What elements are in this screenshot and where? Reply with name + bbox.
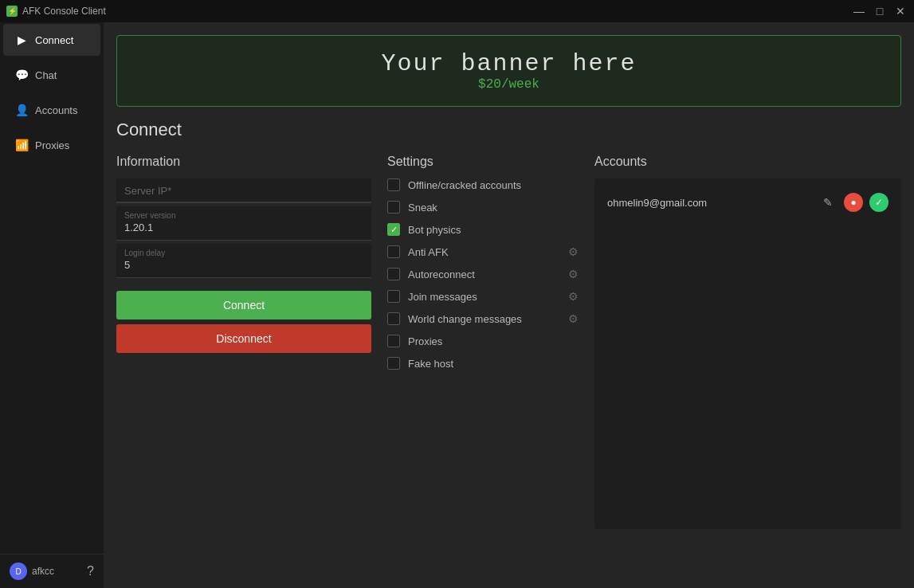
accounts-title: Accounts: [594, 155, 901, 169]
checkbox-sneak[interactable]: [387, 201, 400, 214]
setting-label-join_messages: Join messages: [408, 291, 560, 303]
connect-icon: ▶: [14, 33, 29, 46]
app-body: ▶ Connect 💬 Chat 👤 Accounts 📶 Proxies D …: [0, 22, 914, 588]
connect-section: Connect Information Server version 1.20.…: [104, 120, 914, 542]
sidebar-item-chat[interactable]: 💬 Chat: [3, 59, 100, 91]
setting-row-sneak: Sneak: [387, 201, 579, 214]
server-ip-wrapper: [116, 178, 371, 203]
help-icon[interactable]: ?: [87, 564, 94, 578]
setting-label-proxies: Proxies: [408, 335, 579, 347]
sidebar-item-accounts[interactable]: 👤 Accounts: [3, 94, 100, 126]
main-content: Your banner here $20/week Connect Inform…: [104, 22, 914, 588]
checkbox-bot_physics[interactable]: [387, 223, 400, 236]
chat-icon: 💬: [14, 69, 29, 81]
disconnect-button[interactable]: Disconnect: [116, 324, 371, 353]
checkbox-anti_afk[interactable]: [387, 245, 400, 258]
account-delete-button-0[interactable]: ●: [844, 193, 863, 212]
login-delay-label: Login delay: [116, 244, 371, 257]
account-select-button-0[interactable]: ✓: [869, 193, 889, 212]
titlebar-controls: — □ ✕: [852, 4, 908, 18]
setting-row-bot_physics: Bot physics: [387, 223, 579, 236]
setting-row-offline: Offline/cracked accounts: [387, 178, 579, 191]
titlebar-left: ⚡ AFK Console Client: [6, 6, 106, 17]
information-title: Information: [116, 155, 371, 169]
setting-row-anti_afk: Anti AFK⚙: [387, 245, 579, 258]
footer-user: D afkcc: [10, 563, 54, 580]
checkbox-fake_host[interactable]: [387, 357, 400, 370]
page-title: Connect: [116, 120, 901, 140]
gear-icon-join_messages[interactable]: ⚙: [568, 290, 579, 303]
accounts-icon: 👤: [14, 104, 29, 116]
footer-username: afkcc: [32, 566, 54, 577]
setting-row-world_change: World change messages⚙: [387, 312, 579, 325]
checkbox-autoreconnect[interactable]: [387, 268, 400, 280]
sidebar: ▶ Connect 💬 Chat 👤 Accounts 📶 Proxies D …: [0, 22, 104, 588]
setting-label-world_change: World change messages: [408, 313, 560, 325]
accounts-list: ohmelin9@gmail.com✎●✓: [602, 186, 893, 218]
sidebar-label-proxies: Proxies: [35, 139, 69, 151]
setting-label-fake_host: Fake host: [408, 358, 579, 370]
sidebar-item-connect[interactable]: ▶ Connect: [3, 24, 100, 56]
server-version-label: Server version: [116, 206, 371, 220]
close-button[interactable]: ✕: [893, 4, 908, 18]
setting-label-offline: Offline/cracked accounts: [408, 179, 579, 191]
sidebar-label-accounts: Accounts: [35, 104, 77, 116]
login-delay-value: 5: [116, 257, 371, 277]
sidebar-item-proxies[interactable]: 📶 Proxies: [3, 129, 100, 161]
setting-row-autoreconnect: Autoreconnect⚙: [387, 268, 579, 280]
setting-row-join_messages: Join messages⚙: [387, 290, 579, 303]
sidebar-label-chat: Chat: [35, 69, 57, 81]
account-edit-button-0[interactable]: ✎: [818, 193, 838, 212]
sidebar-label-connect: Connect: [35, 34, 73, 46]
checkbox-proxies[interactable]: [387, 335, 400, 347]
gear-icon-anti_afk[interactable]: ⚙: [568, 245, 579, 258]
banner: Your banner here $20/week: [116, 35, 901, 107]
maximize-button[interactable]: □: [873, 4, 887, 18]
accounts-panel: Accounts ohmelin9@gmail.com✎●✓: [594, 155, 901, 529]
checkbox-join_messages[interactable]: [387, 290, 400, 303]
minimize-button[interactable]: —: [852, 4, 866, 18]
setting-row-proxies: Proxies: [387, 335, 579, 347]
setting-label-autoreconnect: Autoreconnect: [408, 269, 560, 280]
login-delay-wrapper: Login delay 5: [116, 244, 371, 278]
accounts-box: ohmelin9@gmail.com✎●✓: [594, 178, 901, 529]
server-version-wrapper: Server version 1.20.1: [116, 206, 371, 241]
account-email-0: ohmelin9@gmail.com: [607, 197, 812, 209]
banner-title: Your banner here: [381, 50, 636, 77]
titlebar: ⚡ AFK Console Client — □ ✕: [0, 0, 914, 22]
connect-grid: Information Server version 1.20.1: [116, 155, 901, 529]
user-avatar: D: [10, 563, 27, 580]
checkbox-offline[interactable]: [387, 178, 400, 191]
connect-button[interactable]: Connect: [116, 291, 371, 319]
settings-list: Offline/cracked accountsSneakBot physics…: [387, 178, 579, 370]
server-version-value: 1.20.1: [116, 220, 371, 240]
setting-label-anti_afk: Anti AFK: [408, 246, 560, 258]
gear-icon-world_change[interactable]: ⚙: [568, 312, 579, 325]
proxies-icon: 📶: [14, 139, 29, 151]
server-ip-input[interactable]: [116, 178, 371, 202]
information-panel: Information Server version 1.20.1: [116, 155, 371, 353]
setting-row-fake_host: Fake host: [387, 357, 579, 370]
setting-label-bot_physics: Bot physics: [408, 224, 579, 236]
app-title: AFK Console Client: [22, 6, 106, 17]
settings-panel: Settings Offline/cracked accountsSneakBo…: [387, 155, 579, 379]
sidebar-footer: D afkcc ?: [0, 554, 104, 588]
app-icon: ⚡: [6, 6, 18, 17]
settings-title: Settings: [387, 155, 579, 169]
checkbox-world_change[interactable]: [387, 312, 400, 325]
setting-label-sneak: Sneak: [408, 202, 579, 214]
banner-subtitle: $20/week: [478, 77, 539, 92]
account-row-0: ohmelin9@gmail.com✎●✓: [602, 186, 893, 218]
gear-icon-autoreconnect[interactable]: ⚙: [568, 268, 579, 280]
